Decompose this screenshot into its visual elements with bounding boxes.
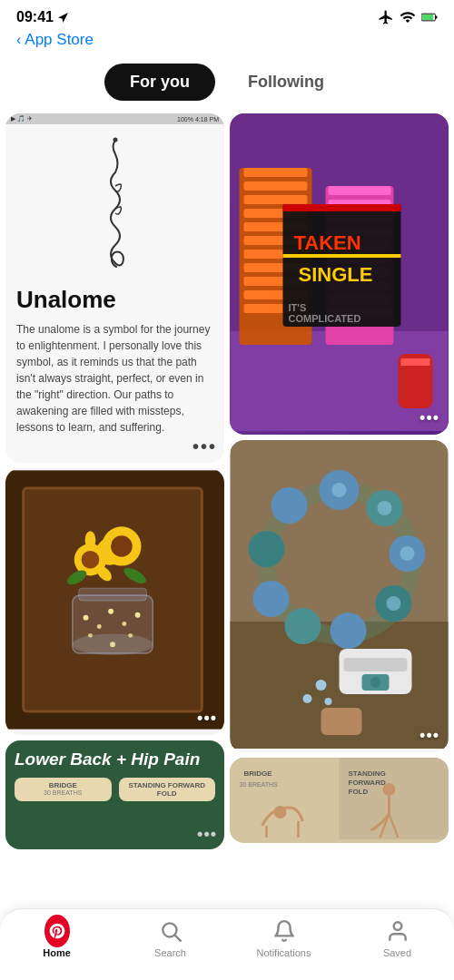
- svg-point-70: [253, 581, 290, 617]
- yoga-image: BRIDGE 30 BREATHS STANDING FORWARD FOLD: [230, 758, 449, 839]
- sunflower-more-button[interactable]: •••: [197, 709, 217, 728]
- left-column: ▶ 🎵 ✈ 100% 4:18 PM Unalome The unalome i…: [5, 113, 224, 849]
- search-nav-label: Search: [154, 947, 186, 958]
- mini-status-right: 100% 4:18 PM: [177, 116, 219, 122]
- svg-point-9: [84, 615, 89, 621]
- svg-point-75: [400, 546, 415, 561]
- mini-status-left: ▶ 🎵 ✈: [11, 115, 33, 122]
- sunflower-card[interactable]: •••: [5, 468, 224, 735]
- svg-point-80: [370, 677, 381, 688]
- svg-point-14: [88, 633, 93, 638]
- svg-point-71: [249, 531, 285, 567]
- notifications-nav-label: Notifications: [257, 947, 311, 958]
- svg-point-72: [271, 487, 308, 524]
- app-store-bar[interactable]: ‹ App Store: [0, 29, 454, 56]
- home-nav-label: Home: [43, 947, 71, 958]
- wreath-more-button[interactable]: •••: [419, 726, 439, 745]
- svg-point-11: [108, 609, 114, 614]
- wifi-icon: [400, 9, 416, 25]
- svg-rect-60: [401, 358, 430, 366]
- bell-icon: [271, 918, 297, 944]
- svg-line-100: [174, 936, 180, 941]
- wreath-card[interactable]: •••: [230, 440, 449, 752]
- back-chevron-icon: ‹: [16, 32, 21, 48]
- battery-icon: [421, 9, 438, 25]
- svg-rect-31: [244, 181, 308, 191]
- unalome-svg: [88, 136, 143, 272]
- bottom-nav: Home Search Notifications Saved: [0, 908, 454, 980]
- svg-point-21: [85, 531, 96, 549]
- svg-point-16: [110, 642, 115, 647]
- svg-point-96: [383, 783, 396, 796]
- svg-point-15: [128, 633, 133, 638]
- tab-switcher: For you Following: [0, 56, 454, 110]
- svg-text:STANDING: STANDING: [349, 769, 386, 778]
- svg-rect-30: [244, 168, 308, 177]
- svg-text:IT'S: IT'S: [289, 302, 307, 313]
- svg-rect-1: [422, 15, 433, 20]
- app-store-label[interactable]: App Store: [25, 31, 94, 49]
- svg-point-74: [378, 501, 392, 515]
- airplane-icon: [378, 9, 394, 25]
- svg-rect-53: [283, 204, 401, 211]
- sunflower-image: [5, 468, 224, 731]
- pinterest-logo: [48, 922, 66, 940]
- party-cups-card[interactable]: TAKEN SINGLE IT'S COMPLICATED •••: [230, 113, 449, 435]
- lower-back-more-button[interactable]: •••: [197, 825, 217, 844]
- svg-point-76: [387, 596, 401, 611]
- svg-rect-78: [344, 658, 408, 671]
- svg-text:FOLD: FOLD: [349, 788, 369, 796]
- svg-text:FORWARD: FORWARD: [349, 779, 386, 787]
- standing-forward-fold-label: STANDING FORWARD FOLD: [124, 781, 211, 798]
- right-column: TAKEN SINGLE IT'S COMPLICATED •••: [230, 113, 449, 849]
- svg-point-12: [122, 622, 126, 626]
- svg-text:30 BREATHS: 30 BREATHS: [240, 781, 279, 788]
- unalome-symbol: [16, 132, 213, 277]
- svg-point-82: [303, 694, 312, 703]
- tab-following[interactable]: Following: [222, 64, 350, 101]
- svg-rect-55: [283, 254, 401, 258]
- search-icon: [158, 918, 183, 944]
- svg-point-10: [97, 624, 102, 629]
- lower-back-card[interactable]: Lower Back + Hip Pain BRIDGE 30 BREATHS …: [5, 740, 224, 849]
- svg-point-20: [111, 535, 133, 557]
- unalome-card[interactable]: ▶ 🎵 ✈ 100% 4:18 PM Unalome The unalome i…: [5, 113, 224, 463]
- nav-saved[interactable]: Saved: [366, 918, 429, 958]
- svg-point-83: [325, 698, 332, 705]
- svg-text:SINGLE: SINGLE: [299, 263, 373, 286]
- svg-rect-84: [321, 708, 362, 735]
- yoga-card[interactable]: BRIDGE 30 BREATHS STANDING FORWARD FOLD: [230, 758, 449, 843]
- bridge-label: BRIDGE: [20, 781, 106, 789]
- nav-notifications[interactable]: Notifications: [252, 918, 316, 958]
- party-cups-image: TAKEN SINGLE IT'S COMPLICATED: [230, 113, 449, 431]
- home-icon: [44, 918, 70, 944]
- status-icons: [378, 9, 438, 25]
- lower-back-title: Lower Back + Hip Pain: [15, 750, 215, 770]
- nav-home[interactable]: Home: [25, 918, 89, 958]
- time-display: 09:41: [16, 9, 54, 25]
- svg-rect-2: [436, 15, 438, 18]
- svg-point-81: [316, 680, 327, 691]
- svg-rect-8: [79, 588, 147, 601]
- svg-rect-32: [244, 195, 308, 204]
- svg-point-101: [393, 922, 401, 930]
- svg-point-23: [101, 554, 119, 565]
- svg-point-69: [285, 608, 321, 644]
- nav-search[interactable]: Search: [139, 918, 202, 958]
- bridge-breaths: 30 BREATHS: [20, 789, 106, 796]
- svg-text:COMPLICATED: COMPLICATED: [289, 313, 361, 324]
- status-bar: 09:41: [0, 0, 454, 29]
- person-icon: [385, 918, 410, 944]
- svg-point-73: [332, 483, 347, 497]
- party-cups-more-button[interactable]: •••: [419, 408, 439, 427]
- svg-text:BRIDGE: BRIDGE: [244, 769, 273, 778]
- svg-rect-42: [329, 186, 391, 195]
- unalome-title: Unalome: [16, 286, 213, 314]
- tab-for-you[interactable]: For you: [104, 64, 215, 101]
- feed: ▶ 🎵 ✈ 100% 4:18 PM Unalome The unalome i…: [0, 110, 454, 940]
- location-arrow-icon: [57, 12, 69, 24]
- svg-point-13: [135, 612, 141, 618]
- unalome-more-button[interactable]: •••: [192, 436, 217, 457]
- svg-text:TAKEN: TAKEN: [294, 231, 361, 254]
- svg-point-3: [113, 138, 117, 142]
